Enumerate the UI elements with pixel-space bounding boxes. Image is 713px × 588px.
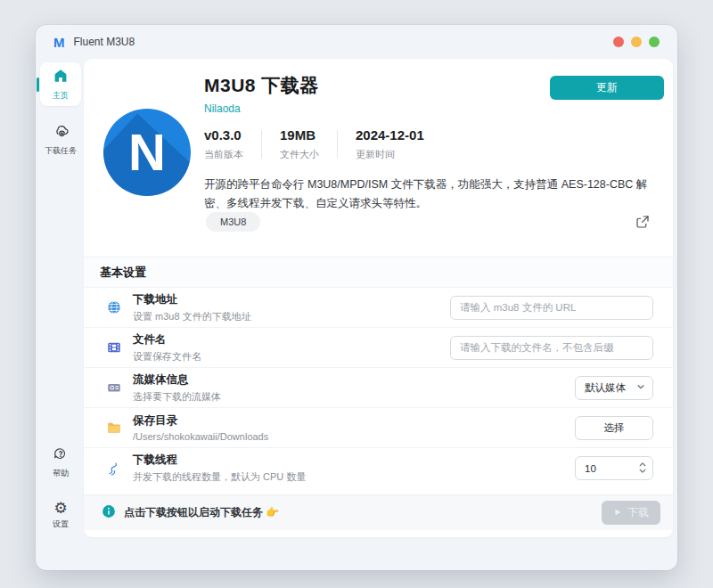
thread-icon [105,461,123,477]
setting-title: 文件名 [133,332,201,347]
share-icon [635,219,651,233]
download-hint-text: 点击下载按钮以启动下载任务 👉 [124,505,279,520]
stat-label: 更新时间 [356,148,424,161]
app-big-logo: N [103,109,191,196]
choose-directory-label: 选择 [604,421,625,435]
media-select-value: 默认媒体 [585,381,626,395]
stat-version: v0.3.0 当前版本 [204,127,261,161]
setting-title: 保存目录 [133,413,268,429]
help-icon [53,445,69,465]
app-title: Fluent M3U8 [74,36,135,48]
setting-title: 下载线程 [133,453,306,468]
app-header: M3U8 下载器 更新 Nilaoda N v0.3.0 当前版本 19MB 文… [84,59,673,257]
sidebar-item-label: 主页 [53,90,69,102]
row-stream-info: 流媒体信息 选择要下载的流媒体 默认媒体 [84,368,673,408]
sidebar: 主页 下载任务 帮助 ⚙ 设置 [37,59,84,570]
stepper-chevrons-icon[interactable] [638,461,647,477]
row-threads: 下载线程 并发下载的线程数量，默认为 CPU 数量 10 [84,448,673,488]
download-button-label: 下载 [627,505,649,520]
media-select[interactable]: 默认媒体 [575,376,653,400]
sidebar-item-home[interactable]: 主页 [40,62,81,106]
page-title: M3U8 下载器 [204,73,319,98]
url-input[interactable] [450,296,653,320]
traffic-lights [613,37,660,47]
folder-icon [105,420,123,436]
home-icon [53,68,69,87]
zoom-button[interactable] [649,37,660,47]
play-icon [613,507,622,519]
app-stats: v0.3.0 当前版本 19MB 文件大小 2024-12-01 更新时间 [204,127,442,161]
setting-title: 流媒体信息 [133,372,221,388]
download-button[interactable]: 下载 [602,501,660,525]
setting-subtitle: 设置 m3u8 文件的下载地址 [133,310,251,323]
minimize-button[interactable] [631,37,642,47]
titlebar: M Fluent M3U8 [36,25,677,59]
sidebar-item-label: 设置 [53,519,69,530]
gear-icon: ⚙ [53,500,67,516]
update-button-label: 更新 [596,80,618,95]
sidebar-item-label: 帮助 [53,468,69,479]
sidebar-item-settings[interactable]: ⚙ 设置 [40,494,81,535]
chevron-down-icon [636,382,645,393]
filename-input[interactable] [450,336,653,360]
stat-value: 2024-12-01 [356,127,424,143]
thread-count-value: 10 [585,463,596,474]
settings-rows: 下载地址 设置 m3u8 文件的下载地址 文件名 设置保存文件名 [84,288,673,488]
setting-path: /Users/shokokawaii/Downloads [133,431,268,442]
setting-subtitle: 选择要下载的流媒体 [133,390,221,404]
section-title: 基本设置 [100,265,146,281]
app-window: M Fluent M3U8 主页 下载任务 [36,25,677,570]
logo-letter: N [128,127,166,178]
row-filename: 文件名 设置保存文件名 [84,328,673,368]
media-icon [105,380,123,396]
stat-value: v0.3.0 [204,127,243,143]
share-button[interactable] [634,214,652,232]
app-description: 开源的跨平台命令行 M3U8/MPD/ISM 文件下载器，功能强大，支持普通 A… [204,176,654,212]
stat-label: 当前版本 [204,148,243,161]
sidebar-item-help[interactable]: 帮助 [40,440,81,484]
main-panel: M3U8 下载器 更新 Nilaoda N v0.3.0 当前版本 19MB 文… [84,59,673,537]
setting-subtitle: 设置保存文件名 [133,350,201,363]
thread-count-stepper[interactable]: 10 [575,456,653,480]
tag-m3u8: M3U8 [206,212,260,232]
stat-label: 文件大小 [280,148,319,161]
row-download-url: 下载地址 设置 m3u8 文件的下载地址 [84,288,673,328]
author-link[interactable]: Nilaoda [204,102,241,115]
cloud-download-icon [53,122,70,143]
footer-bar: 点击下载按钮以启动下载任务 👉 下载 [84,494,673,530]
update-button[interactable]: 更新 [550,76,664,100]
setting-title: 下载地址 [133,292,251,307]
sidebar-item-label: 下载任务 [45,145,77,157]
info-icon [102,504,116,521]
section-basic-settings: 基本设置 [84,257,673,288]
app-logo-icon: M [53,35,65,50]
stat-value: 19MB [280,127,319,143]
sidebar-item-download-tasks[interactable]: 下载任务 [40,117,81,161]
download-hint: 点击下载按钮以启动下载任务 👉 [102,504,279,521]
globe-icon [105,299,123,315]
stat-size: 19MB 文件大小 [262,127,337,161]
row-save-directory: 保存目录 /Users/shokokawaii/Downloads 选择 [84,408,673,448]
close-button[interactable] [613,37,624,47]
film-icon [105,339,123,355]
stat-updated: 2024-12-01 更新时间 [338,127,442,161]
choose-directory-button[interactable]: 选择 [575,416,653,440]
setting-subtitle: 并发下载的线程数量，默认为 CPU 数量 [133,470,306,484]
